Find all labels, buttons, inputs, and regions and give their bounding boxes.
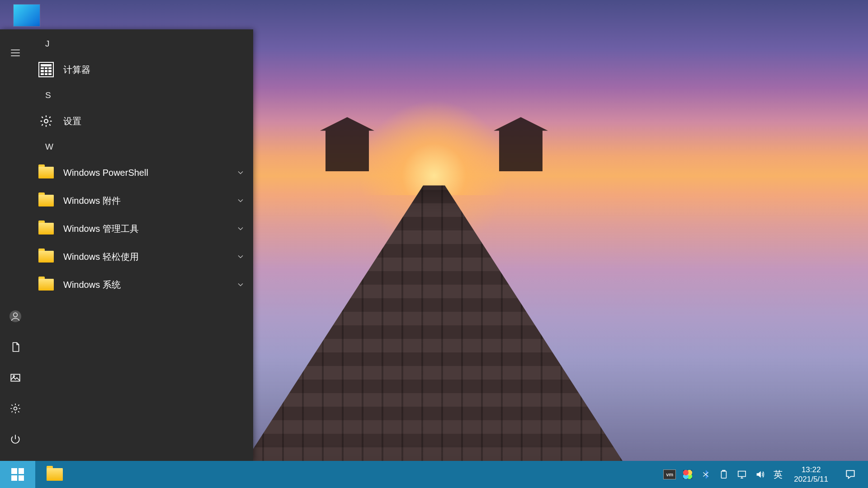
svg-point-3 (13, 375, 14, 377)
vm-icon: vm (663, 469, 676, 479)
app-group-header[interactable]: W (31, 135, 253, 159)
app-calculator[interactable]: 计算器 (31, 56, 253, 84)
chevron-down-icon (236, 280, 245, 289)
bluetooth-icon (701, 469, 711, 479)
start-app-list[interactable]: J 计算器 S 设置 W Windows PowerShell Windows … (31, 29, 253, 461)
hamburger-icon (9, 47, 21, 59)
app-label: Windows 轻松使用 (63, 251, 236, 263)
app-group-header[interactable]: S (31, 84, 253, 107)
speaker-icon (755, 469, 765, 479)
tray-vm-icon[interactable]: vm (661, 461, 678, 488)
chevron-down-icon (236, 168, 245, 177)
folder-icon (37, 276, 55, 294)
start-expand-button[interactable] (0, 38, 31, 68)
tray-app-icon[interactable] (679, 461, 696, 488)
colored-app-icon (683, 470, 692, 479)
tray-volume-icon[interactable] (751, 461, 769, 488)
windows-logo-icon (11, 468, 24, 481)
start-menu: J 计算器 S 设置 W Windows PowerShell Windows … (0, 29, 253, 461)
tray-battery-icon[interactable] (715, 461, 732, 488)
chevron-down-icon (236, 252, 245, 261)
start-rail (0, 29, 31, 461)
app-label: 计算器 (63, 64, 245, 76)
app-folder-powershell[interactable]: Windows PowerShell (31, 159, 253, 187)
folder-icon (37, 220, 55, 238)
folder-icon (37, 164, 55, 182)
svg-rect-6 (722, 471, 726, 479)
tray-time: 13:22 (802, 465, 821, 474)
start-user-button[interactable] (0, 301, 31, 332)
wallpaper-pier (434, 185, 434, 488)
battery-icon (719, 469, 729, 479)
gear-icon (9, 403, 21, 414)
desktop-icon[interactable] (14, 5, 40, 26)
start-power-button[interactable] (0, 424, 31, 455)
app-label: Windows PowerShell (63, 168, 236, 178)
app-settings[interactable]: 设置 (31, 107, 253, 135)
svg-point-4 (14, 407, 17, 410)
app-folder-admin-tools[interactable]: Windows 管理工具 (31, 215, 253, 243)
app-label: Windows 管理工具 (63, 223, 236, 235)
gear-icon (37, 112, 55, 130)
app-label: Windows 附件 (63, 195, 236, 207)
taskbar: vm 英 13:22 2021/5/11 (0, 461, 868, 488)
taskbar-file-explorer[interactable] (35, 461, 74, 488)
app-label: Windows 系统 (63, 279, 236, 291)
tray-date: 2021/5/11 (794, 474, 828, 484)
network-icon (737, 469, 747, 479)
svg-rect-8 (738, 471, 746, 477)
app-group-header[interactable]: J (31, 32, 253, 56)
folder-icon (47, 468, 63, 481)
tray-network-icon[interactable] (733, 461, 750, 488)
start-pictures-button[interactable] (0, 362, 31, 393)
tray-ime-indicator[interactable]: 英 (769, 461, 787, 488)
wallpaper-pavilion-right (494, 117, 548, 171)
chevron-down-icon (236, 196, 245, 205)
user-icon (9, 310, 21, 322)
chevron-down-icon (236, 224, 245, 233)
app-folder-windows-system[interactable]: Windows 系统 (31, 271, 253, 299)
app-label: 设置 (63, 115, 245, 127)
power-icon (9, 433, 21, 445)
document-icon (9, 341, 21, 353)
folder-icon (37, 248, 55, 266)
app-folder-ease-of-access[interactable]: Windows 轻松使用 (31, 243, 253, 271)
tray-clock[interactable]: 13:22 2021/5/11 (788, 465, 835, 484)
start-documents-button[interactable] (0, 332, 31, 362)
svg-rect-7 (723, 470, 726, 471)
action-center-button[interactable] (835, 469, 865, 480)
notification-icon (844, 469, 856, 480)
app-folder-accessories[interactable]: Windows 附件 (31, 187, 253, 215)
calculator-icon (37, 61, 55, 79)
svg-point-5 (44, 119, 48, 123)
wallpaper-pavilion-left (320, 117, 374, 171)
folder-icon (37, 192, 55, 210)
start-settings-button[interactable] (0, 393, 31, 424)
tray-bluetooth-icon[interactable] (697, 461, 714, 488)
svg-rect-2 (11, 374, 20, 381)
picture-icon (9, 372, 21, 384)
system-tray: vm 英 13:22 2021/5/11 (661, 461, 868, 488)
start-button[interactable] (0, 461, 35, 488)
